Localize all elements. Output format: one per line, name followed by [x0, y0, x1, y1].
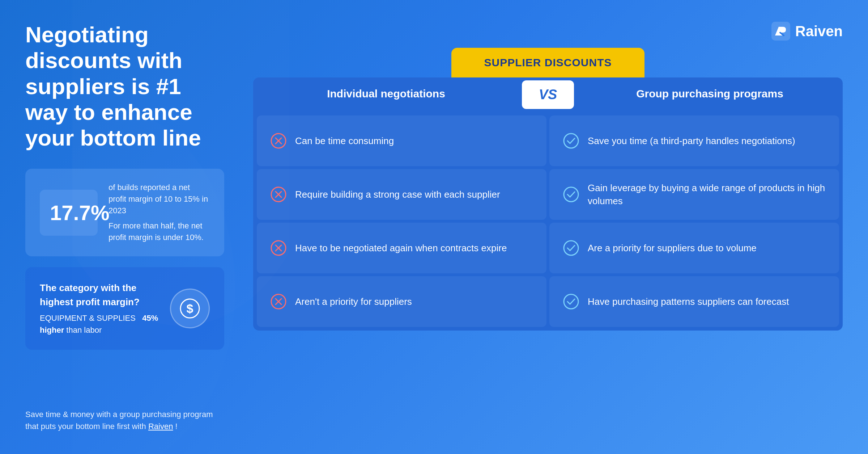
cell-left-2: Require building a strong case with each… [257, 169, 546, 220]
profit-suffix: than labor [66, 325, 102, 335]
stat-box: 17.7% of builds reported a net profit ma… [25, 169, 224, 256]
cell-right-2: Gain leverage by buying a wide range of … [549, 169, 839, 220]
cell-text-left-3: Have to be negotiated again when contrac… [295, 241, 507, 255]
cell-text-left-1: Can be time consuming [295, 134, 394, 147]
table-row: Aren't a priority for suppliers Have pur… [257, 276, 839, 327]
svg-point-12 [564, 187, 578, 202]
col-group-label: Group purchasing programs [636, 88, 783, 100]
profit-box: The category with the highest profit mar… [25, 267, 224, 350]
logo-area: Raiven [253, 22, 843, 41]
cell-text-left-2: Require building a strong case with each… [295, 188, 500, 201]
stat-description: of builds reported a net profit margin o… [109, 182, 210, 243]
x-icon-2 [270, 186, 287, 203]
check-icon-2 [562, 186, 580, 203]
svg-point-16 [564, 241, 578, 255]
cell-text-right-4: Have purchasing patterns suppliers can f… [588, 295, 789, 308]
svg-point-20 [564, 294, 578, 309]
cell-text-right-3: Are a priority for suppliers due to volu… [588, 241, 757, 255]
table-row: Require building a strong case with each… [257, 169, 839, 220]
cell-text-right-2: Gain leverage by buying a wide range of … [588, 181, 826, 208]
footer-link[interactable]: Raiven [148, 422, 173, 431]
col-header-group: Group purchasing programs [577, 77, 843, 112]
footer-text: Save time & money with a group purchasin… [25, 408, 224, 432]
right-panel: Raiven SUPPLIER DISCOUNTS Individual neg… [253, 22, 843, 432]
svg-text:$: $ [187, 302, 193, 315]
cell-left-4: Aren't a priority for suppliers [257, 276, 546, 327]
col-header-individual: Individual negotiations [253, 77, 519, 112]
logo: Raiven [771, 22, 843, 41]
check-icon-1 [562, 132, 580, 150]
stat-line1: of builds reported a net profit margin o… [109, 182, 210, 217]
vs-text: VS [539, 87, 557, 102]
footer-end: ! [175, 422, 178, 431]
cell-left-3: Have to be negotiated again when contrac… [257, 223, 546, 273]
x-icon-3 [270, 239, 287, 257]
check-icon-3 [562, 239, 580, 257]
supplier-discounts-pill: SUPPLIER DISCOUNTS [451, 48, 644, 77]
dollar-icon-box: $ [170, 289, 210, 328]
x-icon-1 [270, 132, 287, 150]
cell-right-4: Have purchasing patterns suppliers can f… [549, 276, 839, 327]
comparison-table: SUPPLIER DISCOUNTS Individual negotiatio… [253, 48, 843, 432]
vs-pill: VS [522, 80, 574, 109]
table-body: Can be time consuming Save you time (a t… [253, 112, 843, 331]
table-row: Have to be negotiated again when contrac… [257, 223, 839, 273]
dollar-icon: $ [179, 298, 201, 319]
cell-text-left-4: Aren't a priority for suppliers [295, 295, 412, 308]
cell-left-1: Can be time consuming [257, 115, 546, 166]
profit-text: The category with the highest profit mar… [40, 281, 170, 336]
x-icon-4 [270, 293, 287, 310]
cell-right-1: Save you time (a third-party handles neg… [549, 115, 839, 166]
cell-right-3: Are a priority for suppliers due to volu… [549, 223, 839, 273]
stat-line2: For more than half, the net profit margi… [109, 220, 210, 243]
svg-point-8 [564, 134, 578, 148]
logo-text: Raiven [795, 23, 843, 39]
stat-number: 17.7% [50, 201, 88, 225]
supplier-discounts-label: SUPPLIER DISCOUNTS [484, 56, 612, 68]
stat-number-box: 17.7% [40, 190, 98, 236]
col-header-vs: VS [519, 77, 577, 112]
profit-title: The category with the highest profit mar… [40, 281, 170, 309]
column-headers-row: Individual negotiations VS Group purchas… [253, 77, 843, 112]
main-heading: Negotiating discounts with suppliers is … [25, 22, 224, 151]
left-panel: Negotiating discounts with suppliers is … [25, 22, 224, 432]
cell-text-right-1: Save you time (a third-party handles neg… [588, 134, 795, 147]
col-individual-label: Individual negotiations [327, 88, 445, 100]
footer-before-link: Save time & money with a group purchasin… [25, 410, 213, 431]
profit-category: EQUIPMENT & SUPPLIES [40, 314, 136, 323]
raiven-logo-icon [771, 22, 790, 41]
table-row: Can be time consuming Save you time (a t… [257, 115, 839, 166]
check-icon-4 [562, 293, 580, 310]
supplier-discounts-bar: SUPPLIER DISCOUNTS [253, 48, 843, 77]
